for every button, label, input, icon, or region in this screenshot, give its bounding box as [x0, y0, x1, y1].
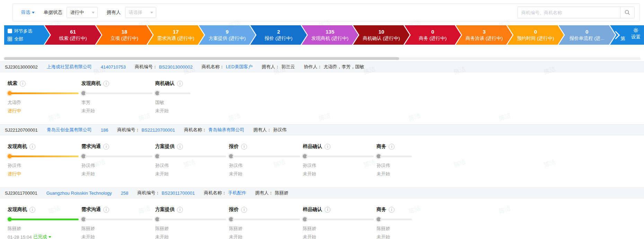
step-track	[377, 217, 450, 221]
info-icon[interactable]: i	[177, 81, 183, 87]
info-icon[interactable]: i	[389, 207, 395, 213]
horizontal-scrollbar[interactable]	[3, 57, 641, 60]
info-icon[interactable]: i	[177, 207, 183, 213]
info-icon[interactable]: i	[20, 81, 26, 87]
owner-label: 拥有人：	[255, 190, 273, 196]
scrollbar-thumb[interactable]	[4, 57, 399, 60]
stage-count: 0	[559, 29, 615, 35]
step-line	[306, 156, 374, 157]
info-icon[interactable]: i	[29, 144, 35, 150]
step-track	[8, 91, 81, 95]
stage-count: 0	[405, 29, 461, 35]
step-title: 线索i	[8, 80, 81, 87]
opportunity-pipeline-page: 筛选 单据状态 进行中 拥有人 请选择	[0, 0, 644, 239]
owner-select[interactable]: 请选择	[125, 7, 156, 18]
info-icon[interactable]: i	[325, 144, 330, 150]
step-title-text: 发现商机	[8, 143, 27, 150]
multiselect-checkbox[interactable]	[8, 29, 12, 33]
record-id: SJ22120700001	[5, 127, 38, 133]
opportunity-code-value[interactable]: BS23011700001	[162, 191, 195, 196]
company-link[interactable]: Guangzhou Roisskin Technology	[46, 191, 112, 196]
opportunity-name: 商机名称：LED美国客户	[202, 64, 253, 70]
opportunity-name-value[interactable]: 青岛轴承有限公司	[208, 127, 244, 133]
step-person: 陈丽娇	[229, 225, 303, 232]
step-status-text: 未开始	[155, 171, 169, 177]
filter-toggle[interactable]: 筛选	[21, 9, 35, 16]
step-line	[85, 156, 152, 157]
info-icon[interactable]: i	[103, 207, 109, 213]
pipeline-stage[interactable]: 3商务洽谈 (进行中)	[456, 25, 512, 45]
pipeline-stage[interactable]: 0报价单流程 (进...	[559, 25, 615, 45]
opportunity-name: 商机名称：手机配件	[204, 190, 246, 196]
pipeline-stage[interactable]: 18立项 (进行中)	[96, 25, 152, 45]
search-button[interactable]	[620, 7, 635, 18]
pipeline-stage[interactable]: 0商务 (进行中)	[405, 25, 461, 45]
pipeline-stage[interactable]: 61线索 (进行中)	[45, 25, 101, 45]
step-track	[377, 154, 450, 158]
step-track	[303, 154, 377, 158]
step-person: 李芳	[81, 99, 155, 106]
step-person: 陈丽娇	[8, 225, 81, 232]
info-icon[interactable]: i	[241, 144, 247, 150]
pipeline-stage[interactable]: 135发现商机 (进行中)	[302, 25, 358, 45]
step-date: 01-28 15:04	[8, 234, 32, 239]
stage-label: 商务洽谈 (进行中)	[456, 36, 512, 41]
step-title: 报价i	[229, 206, 303, 213]
step-status: 未开始	[155, 171, 229, 177]
pipeline-stage[interactable]: 17需求沟通 (进行中)	[148, 25, 204, 45]
owner-value: 孙汉伟	[273, 127, 286, 133]
info-icon[interactable]: i	[389, 144, 395, 150]
info-icon[interactable]: i	[103, 144, 109, 150]
account-number-link[interactable]: 186	[101, 127, 108, 133]
opportunity-code-value[interactable]: BS23013000002	[159, 64, 193, 70]
owner-placeholder: 请选择	[129, 9, 142, 16]
opportunity-name-value[interactable]: 手机配件	[228, 190, 246, 196]
step-status: 未开始	[229, 234, 303, 239]
step-title: 商务i	[377, 143, 450, 150]
step-line	[159, 156, 226, 157]
doc-status-select[interactable]: 进行中	[67, 7, 98, 18]
company-link[interactable]: 青岛云创金属有限公司	[47, 127, 92, 133]
stage-count: 9	[199, 29, 255, 35]
company-link[interactable]: 上海成社贸易有限公司	[47, 64, 92, 70]
step-title: 商机确认i	[155, 80, 229, 87]
pipeline-step: 需求沟通i孙汉伟未开始	[81, 143, 155, 177]
account-number-link[interactable]: 4140710753	[101, 64, 126, 70]
step-title-text: 样品确认	[303, 143, 322, 150]
opportunity-name-value[interactable]: LED美国客户	[226, 64, 253, 70]
pipeline-step: 发现商机i李芳未开始	[81, 80, 155, 114]
settings-button[interactable]: 设置	[631, 27, 641, 40]
step-title-text: 需求沟通	[81, 206, 101, 213]
step-progress: 线索i尤诣乔进行中发现商机i李芳未开始商机确认i国敏未开始	[0, 72, 644, 123]
owner-value: 郭兰云	[281, 64, 295, 70]
pipeline-stage[interactable]: 2报价 (进行中)	[250, 25, 307, 45]
pipeline-stage[interactable]: 10商机确认 (进行中)	[353, 25, 409, 45]
info-icon[interactable]: i	[177, 144, 183, 150]
stage-multiselect-block[interactable]: 环节多选 全部	[4, 25, 50, 45]
step-line	[85, 219, 152, 220]
grid-icon	[8, 37, 12, 41]
clipped-stage-label: 第	[620, 36, 625, 42]
chevron-down-icon[interactable]	[48, 236, 51, 239]
doc-status-label: 单据状态	[44, 9, 62, 16]
pipeline-step: 发现商机i陈丽娇01-28 15:04已完成	[8, 206, 81, 239]
info-icon[interactable]: i	[29, 207, 35, 213]
stage-label: 报价单流程 (进...	[559, 36, 615, 41]
stage-count: 61	[45, 29, 101, 35]
pipeline-step: 需求沟通i陈丽娇未开始	[81, 206, 155, 239]
record-row: SJ22120700001青岛云创金属有限公司186商机编号：BS2212070…	[0, 124, 644, 186]
step-status-text: 进行中	[8, 108, 21, 114]
account-number-link[interactable]: 258	[121, 191, 129, 196]
step-status: 未开始	[303, 171, 377, 177]
opportunity-code-value[interactable]: BS22120700001	[141, 127, 175, 133]
pipeline-step: 线索i尤诣乔进行中	[8, 80, 81, 114]
pipeline-stage[interactable]: 0预约时间 (进行中)	[507, 25, 564, 45]
info-icon[interactable]: i	[241, 207, 247, 213]
pipeline-stage[interactable]: 9方案提供 (进行中)	[199, 25, 255, 45]
search-input[interactable]	[518, 7, 620, 18]
pipeline-step: 商务i孙汉伟未开始	[377, 143, 450, 177]
info-icon[interactable]: i	[325, 207, 330, 213]
step-track	[8, 154, 81, 158]
step-line	[232, 156, 300, 157]
info-icon[interactable]: i	[103, 81, 109, 87]
